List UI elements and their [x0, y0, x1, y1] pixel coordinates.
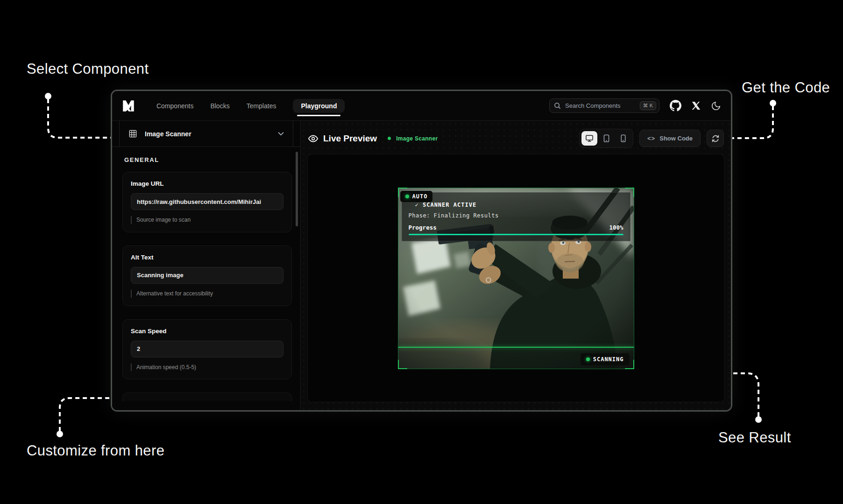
tab-blocks[interactable]: Blocks	[210, 102, 229, 110]
preview-controls: <> Show Code	[579, 129, 724, 148]
scanner-status: ✓ SCANNER ACTIVE	[415, 202, 623, 208]
preview-panel: ✓ SCANNER ACTIVE Phase: Finalizing Resul…	[307, 154, 724, 402]
eye-icon	[308, 135, 318, 142]
scanner-hud: ✓ SCANNER ACTIVE Phase: Finalizing Resul…	[402, 192, 630, 241]
field-helper: Animation speed (0.5-5)	[131, 364, 283, 371]
device-tablet-button[interactable]	[598, 131, 614, 146]
frame-corner-bl	[398, 360, 407, 369]
x-social-button[interactable]	[692, 101, 701, 110]
tablet-icon	[603, 134, 610, 142]
annotation-select-component: Select Component	[27, 61, 149, 77]
scanner-status-text: SCANNER ACTIVE	[423, 202, 476, 208]
chevron-down-icon	[278, 132, 284, 136]
field-label: Image URL	[131, 180, 283, 187]
refresh-icon	[711, 134, 720, 143]
field-next-partial	[122, 392, 292, 401]
annotation-customize: Customize from here	[27, 442, 164, 459]
navbar-right: ⌘ K	[549, 98, 721, 113]
green-dot-icon	[586, 357, 590, 361]
field-list: Image URL Source image to scan Alt Text …	[112, 165, 300, 401]
nav-tabs: Components Blocks Templates Playground	[156, 99, 345, 113]
show-code-label: Show Code	[659, 135, 693, 142]
scan-line	[398, 347, 634, 348]
alt-text-input[interactable]	[131, 267, 283, 284]
scanning-badge: SCANNING	[581, 353, 630, 365]
device-mobile-button[interactable]	[615, 131, 631, 146]
search-icon	[554, 102, 561, 109]
tab-templates[interactable]: Templates	[247, 102, 276, 110]
image-url-input[interactable]	[131, 193, 283, 210]
annotation-get-the-code: Get the Code	[742, 79, 830, 96]
stage: Select Component Get the Code Customize …	[0, 0, 843, 504]
code-icon: <>	[647, 135, 655, 142]
progress-label: Progress	[409, 224, 437, 231]
field-image-url: Image URL Source image to scan	[122, 172, 292, 232]
progress-value: 100%	[609, 224, 623, 231]
auto-badge: AUTO	[400, 191, 433, 202]
monitor-icon	[585, 134, 594, 142]
image-scanner-component: ✓ SCANNER ACTIVE Phase: Finalizing Resul…	[398, 188, 634, 369]
sidebar-scrollbar[interactable]	[296, 152, 298, 226]
component-selector[interactable]: Image Scanner	[119, 121, 293, 147]
search-shortcut-kbd: ⌘ K	[640, 101, 656, 110]
progress-fill	[409, 234, 623, 235]
theme-toggle-button[interactable]	[711, 101, 721, 111]
grid-icon	[128, 129, 137, 138]
github-icon	[670, 100, 681, 112]
scan-speed-input[interactable]	[131, 341, 283, 357]
search-input[interactable]	[564, 102, 637, 110]
component-selector-row: Image Scanner	[112, 121, 300, 147]
preview-component-badge: Image Scanner	[396, 135, 438, 142]
component-selector-value: Image Scanner	[145, 130, 270, 138]
window-body: Image Scanner GENERAL Image URL Source i…	[112, 121, 731, 410]
device-desktop-button[interactable]	[581, 131, 597, 146]
auto-badge-label: AUTO	[412, 193, 428, 200]
field-alt-text: Alt Text Alternative text for accessibil…	[122, 245, 292, 306]
field-label: Scan Speed	[131, 328, 283, 335]
tab-components[interactable]: Components	[156, 102, 193, 110]
scanning-badge-label: SCANNING	[593, 356, 624, 363]
check-icon: ✓	[415, 202, 419, 208]
device-toggle-group	[579, 129, 633, 148]
brand-logo[interactable]	[122, 99, 136, 113]
app-window: Components Blocks Templates Playground ⌘…	[111, 90, 732, 412]
field-helper: Source image to scan	[131, 216, 283, 224]
phone-icon	[620, 134, 626, 142]
field-helper: Alternative text for accessibility	[131, 290, 283, 298]
annotation-see-result: See Result	[718, 429, 791, 446]
show-code-button[interactable]: <> Show Code	[639, 130, 701, 147]
refresh-button[interactable]	[707, 130, 724, 147]
github-button[interactable]	[670, 100, 681, 112]
sidebar: Image Scanner GENERAL Image URL Source i…	[112, 121, 301, 410]
green-dot-icon	[405, 195, 409, 198]
navbar: Components Blocks Templates Playground ⌘…	[112, 91, 731, 121]
moon-icon	[711, 101, 721, 111]
progress-track	[409, 234, 623, 235]
field-label: Alt Text	[131, 254, 283, 261]
tab-playground[interactable]: Playground	[293, 99, 345, 113]
scanner-phase: Phase: Finalizing Results	[409, 212, 623, 219]
search-box[interactable]: ⌘ K	[549, 98, 659, 113]
section-title-general: GENERAL	[112, 147, 300, 165]
live-dot	[388, 137, 391, 140]
field-scan-speed: Scan Speed Animation speed (0.5-5)	[122, 319, 292, 380]
m-mark-icon	[122, 99, 135, 112]
preview-header: Live Preview Image Scanner	[301, 121, 731, 154]
main-area: Live Preview Image Scanner	[301, 121, 731, 410]
preview-title: Live Preview	[323, 133, 377, 144]
x-icon	[692, 101, 701, 110]
